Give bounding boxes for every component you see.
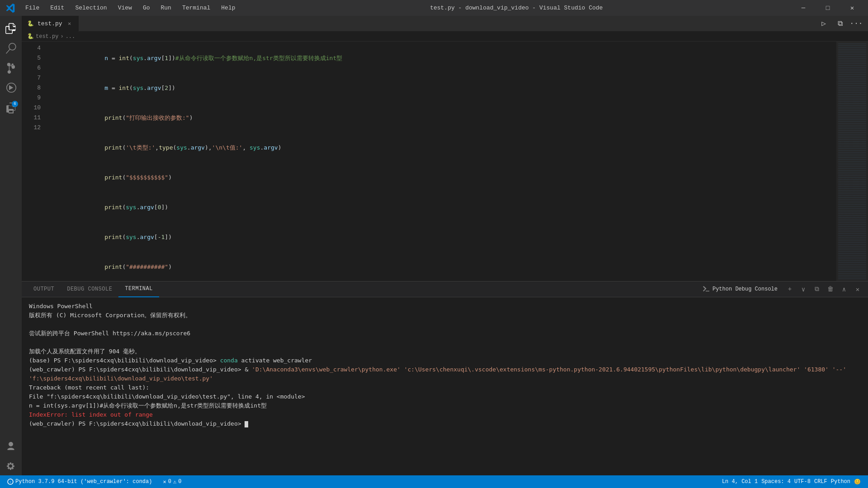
code-line-11: print("##########")	[44, 252, 836, 281]
activity-bar: 6	[0, 16, 22, 475]
status-language[interactable]: Python	[829, 479, 852, 485]
more-actions-button[interactable]: ···	[850, 17, 863, 30]
status-ln-col[interactable]: Ln 4, Col 1	[720, 479, 760, 485]
extensions-icon[interactable]: 6	[2, 99, 20, 117]
panel-tabs: OUTPUT DEBUG CONSOLE TERMINAL Python Deb…	[22, 282, 868, 297]
terminal-cursor	[245, 421, 248, 427]
breadcrumb-filename[interactable]: test.py	[36, 33, 58, 40]
tab-output[interactable]: OUTPUT	[27, 282, 61, 297]
breadcrumb-path[interactable]: ...	[66, 33, 75, 40]
python-status-icon: !	[7, 479, 14, 485]
window-title: test.py - download_vip_video - Visual St…	[240, 5, 793, 11]
vscode-logo-icon	[5, 3, 15, 13]
titlebar: File Edit Selection View Go Run Terminal…	[0, 0, 868, 16]
main-layout: 6 🐍 test.py ✕ ▷ ⧉ ···	[0, 16, 868, 475]
terminal-line-4: 加载个人及系统配置文件用了 904 毫秒。	[29, 347, 861, 356]
status-spaces[interactable]: Spaces: 4	[760, 479, 793, 485]
tab-debug-console[interactable]: DEBUG CONSOLE	[61, 282, 118, 297]
account-icon[interactable]	[2, 437, 20, 455]
breadcrumb-file-icon: 🐍	[27, 33, 34, 40]
terminal-icon	[703, 286, 710, 293]
feedback-icon: 😊	[854, 479, 861, 485]
terminal-line-6: (web_crawler) PS F:\spiders4cxq\bilibili…	[29, 365, 861, 383]
error-count: 0	[168, 479, 171, 485]
line-numbers: 4 5 6 7 8 9 10 11 12	[22, 42, 44, 281]
status-bar-right: Ln 4, Col 1 Spaces: 4 UTF-8 CRLF Python …	[720, 479, 863, 485]
code-line-9: print(sys.argv[0])	[44, 192, 836, 222]
minimize-button[interactable]: ─	[793, 0, 814, 16]
terminal-output[interactable]: Windows PowerShell 版权所有 (C) Microsoft Co…	[22, 297, 868, 475]
tab-terminal[interactable]: TERMINAL	[118, 282, 159, 297]
menu-selection[interactable]: Selection	[71, 3, 111, 13]
editor-tab-actions: ▷ ⧉ ···	[817, 17, 868, 30]
status-bar: ! Python 3.7.9 64-bit ('web_crawler': co…	[0, 475, 868, 488]
code-line-6: print("打印输出接收的参数:")	[44, 103, 836, 133]
menu-file[interactable]: File	[21, 3, 44, 13]
python-debug-console-label: Python Debug Console	[703, 286, 778, 293]
encoding-text: UTF-8	[794, 479, 811, 485]
close-button[interactable]: ✕	[842, 0, 863, 16]
panel-up-button[interactable]: ∧	[839, 284, 849, 294]
settings-icon[interactable]	[2, 457, 20, 475]
minimap-content	[836, 42, 868, 281]
search-icon[interactable]	[2, 39, 20, 57]
line-ending-text: CRLF	[814, 479, 827, 485]
run-file-button[interactable]: ▷	[817, 17, 830, 30]
python-file-icon: 🐍	[27, 20, 34, 27]
error-icon: ✕	[163, 479, 166, 485]
status-python-version[interactable]: ! Python 3.7.9 64-bit ('web_crawler': co…	[5, 475, 154, 488]
terminal-line-7: Traceback (most recent call last):	[29, 383, 861, 392]
kill-terminal-button[interactable]: 🗑	[826, 284, 835, 294]
menu-go[interactable]: Go	[138, 3, 155, 13]
menu-help[interactable]: Help	[217, 3, 240, 13]
terminal-line-9: n = int(sys.argv[1])#从命令行读取一个参数赋给n,是str类…	[29, 401, 861, 410]
add-terminal-button[interactable]: +	[785, 284, 795, 294]
code-line-10: print(sys.argv[-1])	[44, 222, 836, 252]
extensions-badge: 6	[12, 101, 18, 107]
python-debug-console-text: Python Debug Console	[712, 286, 778, 292]
menu-run[interactable]: Run	[156, 3, 175, 13]
breadcrumb: 🐍 test.py › ...	[22, 32, 868, 42]
tab-close-button[interactable]: ✕	[66, 20, 73, 27]
status-errors[interactable]: ✕ 0 ⚠ 0	[161, 475, 183, 488]
svg-text:!: !	[9, 480, 12, 484]
files-icon[interactable]	[2, 19, 20, 38]
warning-count: 0	[178, 479, 181, 485]
panel: OUTPUT DEBUG CONSOLE TERMINAL Python Deb…	[22, 281, 868, 475]
split-terminal-button[interactable]: ⧉	[812, 284, 822, 294]
terminal-blank-2	[29, 338, 861, 347]
menu-terminal[interactable]: Terminal	[178, 3, 215, 13]
editor-tabs: 🐍 test.py ✕ ▷ ⧉ ···	[22, 16, 868, 32]
terminal-line-3: 尝试新的跨平台 PowerShell https://aka.ms/pscore…	[29, 329, 861, 338]
code-lines: n = int(sys.argv[1])#从命令行读取一个参数赋给n,是str类…	[44, 42, 836, 281]
panel-close-button[interactable]: ✕	[853, 284, 863, 294]
status-encoding[interactable]: UTF-8	[793, 479, 812, 485]
spaces-text: Spaces: 4	[761, 479, 791, 485]
menu-bar: File Edit Selection View Go Run Terminal…	[21, 3, 240, 13]
terminal-dropdown-button[interactable]: ∨	[798, 284, 808, 294]
code-line-8: print("$$$$$$$$$$")	[44, 163, 836, 192]
code-line-4: n = int(sys.argv[1])#从命令行读取一个参数赋给n,是str类…	[44, 43, 836, 73]
status-line-ending[interactable]: CRLF	[812, 479, 829, 485]
source-control-icon[interactable]	[2, 59, 20, 77]
minimap	[836, 42, 868, 281]
terminal-line-1: Windows PowerShell	[29, 302, 861, 311]
warning-icon: ⚠	[173, 479, 176, 485]
terminal-blank-1	[29, 320, 861, 329]
panel-tab-actions: Python Debug Console + ∨ ⧉ 🗑 ∧ ✕	[703, 284, 863, 294]
python-version-text: Python 3.7.9 64-bit ('web_crawler': cond…	[15, 479, 152, 485]
breadcrumb-separator: ›	[60, 33, 63, 40]
status-feedback[interactable]: 😊	[852, 479, 863, 485]
menu-view[interactable]: View	[113, 3, 137, 13]
ln-col-text: Ln 4, Col 1	[722, 479, 758, 485]
terminal-error-line: IndexError: list index out of range	[29, 410, 861, 419]
code-editor[interactable]: 4 5 6 7 8 9 10 11 12 n = int(sys.argv[1]…	[22, 42, 868, 281]
terminal-line-8: File "f:\spiders4cxq\bilibili\download_v…	[29, 392, 861, 401]
maximize-button[interactable]: □	[817, 0, 838, 16]
split-editor-button[interactable]: ⧉	[834, 17, 846, 30]
terminal-line-5: (base) PS F:\spiders4cxq\bilibili\downlo…	[29, 356, 861, 365]
tab-test-py[interactable]: 🐍 test.py ✕	[22, 16, 79, 32]
tab-filename: test.py	[38, 20, 62, 27]
run-debug-icon[interactable]	[2, 79, 20, 97]
menu-edit[interactable]: Edit	[46, 3, 69, 13]
